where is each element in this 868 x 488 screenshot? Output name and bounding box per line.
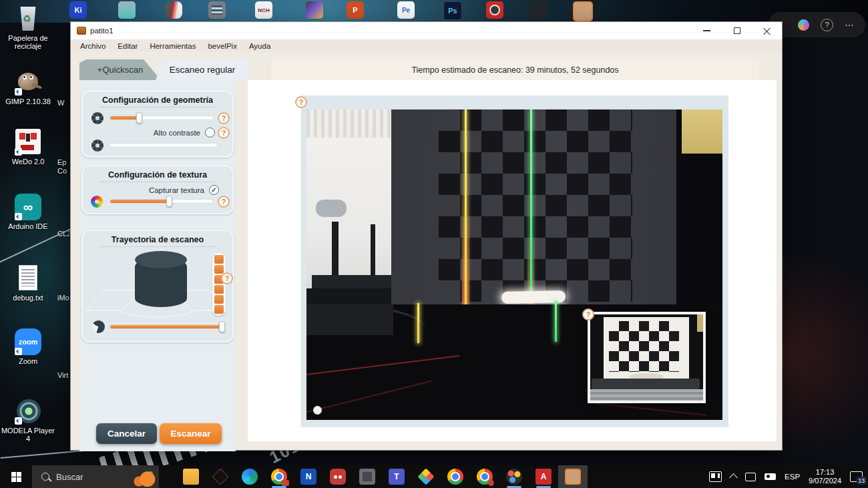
scan-height-indicator[interactable] (212, 253, 226, 316)
close-button[interactable] (752, 22, 782, 39)
taskbar-chrome-profile[interactable] (264, 465, 294, 488)
taskbar-inkscape[interactable] (206, 465, 235, 488)
teams-icon: T (389, 469, 405, 485)
projector-icon[interactable] (765, 473, 776, 480)
copilot-icon[interactable] (798, 19, 809, 31)
taskbar-onenote[interactable]: N (294, 465, 323, 488)
texture-exposure-slider[interactable] (110, 199, 214, 204)
printer-silhouette (312, 275, 392, 288)
slider-thumb[interactable] (166, 196, 172, 207)
window-title: patito1 (90, 27, 114, 35)
trajectory-slider[interactable] (110, 324, 224, 329)
scan-button[interactable]: Escanear (160, 423, 222, 444)
help-icon[interactable]: ? (218, 196, 230, 208)
taskbar-chrome[interactable] (441, 465, 470, 488)
desktop-icon-recycle-bin[interactable]: ♻ Papelera de reciclaje (0, 5, 56, 50)
slider-thumb[interactable] (219, 321, 225, 332)
goguardian-icon (330, 469, 346, 485)
tray-expand-chevron-icon[interactable] (729, 473, 738, 482)
taskbar-paint-app[interactable] (499, 465, 529, 488)
recycle-bin-icon: ♻ (14, 5, 42, 32)
desktop-icon-debug-txt[interactable]: debug.txt (0, 265, 56, 302)
desktop-shortcut-camera-app[interactable] (486, 1, 503, 19)
start-button[interactable] (0, 465, 32, 488)
widgets-icon[interactable] (709, 471, 722, 482)
tray-date: 9/07/2024 (809, 477, 841, 485)
geometry-exposure-slider[interactable] (110, 115, 214, 120)
taskbar-diamond-app[interactable] (411, 465, 441, 488)
desktop-shortcut-server-app[interactable] (208, 1, 226, 19)
menu-archivo[interactable]: Archivo (74, 42, 112, 50)
cancel-button[interactable]: Cancelar (96, 423, 157, 444)
minimize-button[interactable] (692, 22, 722, 39)
menu-ayuda[interactable]: Ayuda (243, 42, 276, 50)
menu-herramientas[interactable]: Herramientas (144, 42, 202, 50)
palette-icon (506, 469, 522, 485)
language-indicator[interactable]: ESP (785, 473, 800, 481)
desktop-shortcut-mf-studio[interactable]: A (573, 1, 593, 21)
desktop-shortcut-3d-app[interactable] (118, 1, 136, 19)
diamond-app-icon (417, 468, 434, 485)
desktop-shortcut-nch[interactable]: NCH (255, 1, 272, 19)
help-icon[interactable]: ? (218, 127, 230, 139)
adobe-icon: A (535, 469, 552, 485)
taskbar-gray-app[interactable] (353, 465, 382, 488)
more-options-icon[interactable]: ⋯ (845, 19, 855, 30)
menu-editar[interactable]: Editar (112, 42, 144, 50)
geometry-secondary-slider[interactable] (110, 143, 218, 148)
tab-escaneo-regular[interactable]: Escaneo regular (156, 59, 249, 80)
desktop-icon-wedo[interactable]: WeDo 2.0 (0, 129, 56, 166)
desktop-shortcut-pdf-app[interactable]: Pe (397, 1, 415, 19)
modela-icon (14, 398, 42, 425)
taskbar: Buscar N (0, 465, 868, 488)
high-contrast-checkbox[interactable] (205, 128, 215, 138)
taskbar-edge[interactable] (235, 465, 264, 488)
mf-studio-icon (565, 469, 581, 485)
desktop-icon-gimp[interactable]: GIMP 2.10.38 (0, 69, 56, 105)
taskbar-chrome-2[interactable] (470, 465, 499, 488)
taskbar-search[interactable]: Buscar (32, 465, 159, 488)
desktop-icon-arduino[interactable]: ∞ Arduino IDE (0, 194, 56, 230)
desktop-shortcut-dark-app[interactable] (529, 1, 547, 19)
capture-texture-checkbox[interactable]: ✓ (209, 185, 219, 195)
pip-tan-sliver (697, 314, 703, 332)
desktop-shortcut-dark-red-app[interactable] (165, 1, 182, 19)
taskbar-adobe[interactable]: A (529, 465, 558, 488)
tab-quickscan[interactable]: +Quickscan (79, 59, 161, 80)
desktop-icon-zoom[interactable]: zoom Zoom (0, 328, 56, 365)
help-icon[interactable]: ? (218, 112, 230, 124)
taskbar-teams[interactable]: T (382, 465, 411, 488)
help-icon[interactable]: ? (582, 308, 594, 320)
app-window: patito1 Archivo Editar Herramientas beve… (70, 21, 783, 451)
help-icon[interactable]: ? (221, 272, 233, 284)
file-explorer-icon (183, 469, 199, 485)
desktop-icon-modela[interactable]: MODELA Player 4 (0, 398, 56, 443)
slider-thumb[interactable] (136, 112, 142, 124)
taskbar-file-explorer[interactable] (176, 465, 206, 488)
tablet-mode-icon[interactable] (745, 473, 756, 481)
pip-checkerboard (609, 321, 679, 372)
trajectory-panel: Trayectoria de escaneo ? (81, 230, 234, 342)
help-icon[interactable]: ? (821, 19, 833, 31)
pip-preview[interactable] (588, 312, 706, 403)
settings-sidebar: Configuración de geometría ? Alto contra… (79, 80, 236, 451)
desktop-shortcut-kicad[interactable]: Ki (69, 1, 87, 19)
onenote-icon: N (300, 469, 316, 485)
taskbar-goguardian[interactable] (323, 465, 353, 488)
taskbar-mf-studio-active[interactable] (558, 465, 588, 488)
inkscape-icon (212, 468, 228, 485)
help-icon[interactable]: ? (295, 96, 307, 108)
notification-center-icon[interactable]: 13 (850, 471, 863, 482)
menu-bevelpix[interactable]: bevelPix (202, 42, 242, 50)
clock[interactable]: 17:13 9/07/2024 (809, 468, 841, 485)
desktop-icon-partial-label: iMo (57, 294, 69, 302)
trajectory-panel-title: Trayectoria de escaneo (83, 235, 232, 244)
maximize-button[interactable] (722, 22, 752, 39)
laser-line-yellow (465, 109, 467, 306)
desktop-shortcut-video-app[interactable] (306, 1, 323, 19)
desktop-shortcut-photoshop[interactable]: Ps (443, 1, 462, 20)
camera-feed: ? (306, 109, 722, 420)
desktop-shortcut-powerpoint[interactable]: P (347, 1, 364, 19)
white-dot-indicator[interactable] (313, 406, 322, 415)
scan-object-cylinder-top (135, 251, 187, 268)
